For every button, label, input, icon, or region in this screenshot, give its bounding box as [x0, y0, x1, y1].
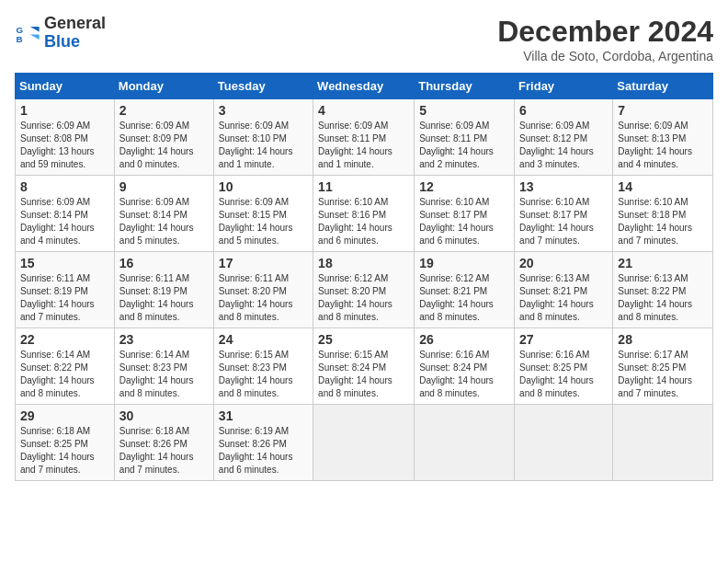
title-area: December 2024 Villa de Soto, Cordoba, Ar…: [497, 15, 713, 63]
col-wednesday: Wednesday: [313, 74, 415, 99]
day-4: 4 Sunrise: 6:09 AMSunset: 8:11 PMDayligh…: [313, 99, 415, 176]
logo: G B General Blue: [15, 15, 106, 52]
day-11: 11 Sunrise: 6:10 AMSunset: 8:16 PMDaylig…: [313, 176, 415, 252]
day-30: 30 Sunrise: 6:18 AMSunset: 8:26 PMDaylig…: [114, 405, 213, 481]
day-19: 19 Sunrise: 6:12 AMSunset: 8:21 PMDaylig…: [415, 252, 515, 328]
week-5: 29 Sunrise: 6:18 AMSunset: 8:25 PMDaylig…: [16, 405, 713, 481]
day-18: 18 Sunrise: 6:12 AMSunset: 8:20 PMDaylig…: [313, 252, 415, 328]
col-sunday: Sunday: [16, 74, 115, 99]
col-thursday: Thursday: [415, 74, 515, 99]
week-2: 8 Sunrise: 6:09 AMSunset: 8:14 PMDayligh…: [16, 176, 713, 252]
col-friday: Friday: [515, 74, 613, 99]
day-1: 1 Sunrise: 6:09 AMSunset: 8:08 PMDayligh…: [16, 99, 115, 176]
page-header: G B General Blue December 2024 Villa de …: [15, 15, 713, 63]
svg-marker-2: [30, 27, 40, 32]
day-3: 3 Sunrise: 6:09 AMSunset: 8:10 PMDayligh…: [213, 99, 313, 176]
day-17: 17 Sunrise: 6:11 AMSunset: 8:20 PMDaylig…: [213, 252, 313, 328]
month-title: December 2024: [497, 15, 713, 49]
empty-cell-1: [313, 405, 415, 481]
logo-text: General Blue: [44, 15, 106, 52]
day-16: 16 Sunrise: 6:11 AMSunset: 8:19 PMDaylig…: [114, 252, 213, 328]
day-28: 28 Sunrise: 6:17 AMSunset: 8:25 PMDaylig…: [613, 328, 713, 405]
week-4: 22 Sunrise: 6:14 AMSunset: 8:22 PMDaylig…: [16, 328, 713, 405]
col-saturday: Saturday: [613, 74, 713, 99]
empty-cell-2: [415, 405, 515, 481]
day-14: 14 Sunrise: 6:10 AMSunset: 8:18 PMDaylig…: [613, 176, 713, 252]
day-2: 2 Sunrise: 6:09 AMSunset: 8:09 PMDayligh…: [114, 99, 213, 176]
day-23: 23 Sunrise: 6:14 AMSunset: 8:23 PMDaylig…: [114, 328, 213, 405]
day-29: 29 Sunrise: 6:18 AMSunset: 8:25 PMDaylig…: [16, 405, 115, 481]
day-8: 8 Sunrise: 6:09 AMSunset: 8:14 PMDayligh…: [16, 176, 115, 252]
day-13: 13 Sunrise: 6:10 AMSunset: 8:17 PMDaylig…: [515, 176, 613, 252]
day-31: 31 Sunrise: 6:19 AMSunset: 8:26 PMDaylig…: [213, 405, 313, 481]
week-3: 15 Sunrise: 6:11 AMSunset: 8:19 PMDaylig…: [16, 252, 713, 328]
day-15: 15 Sunrise: 6:11 AMSunset: 8:19 PMDaylig…: [16, 252, 115, 328]
day-24: 24 Sunrise: 6:15 AMSunset: 8:23 PMDaylig…: [213, 328, 313, 405]
calendar-table: Sunday Monday Tuesday Wednesday Thursday…: [15, 73, 713, 481]
col-monday: Monday: [114, 74, 213, 99]
day-10: 10 Sunrise: 6:09 AMSunset: 8:15 PMDaylig…: [213, 176, 313, 252]
col-tuesday: Tuesday: [213, 74, 313, 99]
day-21: 21 Sunrise: 6:13 AMSunset: 8:22 PMDaylig…: [613, 252, 713, 328]
location-subtitle: Villa de Soto, Cordoba, Argentina: [497, 49, 713, 63]
empty-cell-3: [515, 405, 613, 481]
day-7: 7 Sunrise: 6:09 AMSunset: 8:13 PMDayligh…: [613, 99, 713, 176]
day-6: 6 Sunrise: 6:09 AMSunset: 8:12 PMDayligh…: [515, 99, 613, 176]
day-22: 22 Sunrise: 6:14 AMSunset: 8:22 PMDaylig…: [16, 328, 115, 405]
svg-marker-3: [30, 34, 40, 40]
day-12: 12 Sunrise: 6:10 AMSunset: 8:17 PMDaylig…: [415, 176, 515, 252]
day-5: 5 Sunrise: 6:09 AMSunset: 8:11 PMDayligh…: [415, 99, 515, 176]
empty-cell-4: [613, 405, 713, 481]
day-27: 27 Sunrise: 6:16 AMSunset: 8:25 PMDaylig…: [515, 328, 613, 405]
logo-icon: G B: [15, 20, 40, 46]
day-9: 9 Sunrise: 6:09 AMSunset: 8:14 PMDayligh…: [114, 176, 213, 252]
day-26: 26 Sunrise: 6:16 AMSunset: 8:24 PMDaylig…: [415, 328, 515, 405]
svg-text:B: B: [16, 34, 22, 44]
week-1: 1 Sunrise: 6:09 AMSunset: 8:08 PMDayligh…: [16, 99, 713, 176]
day-20: 20 Sunrise: 6:13 AMSunset: 8:21 PMDaylig…: [515, 252, 613, 328]
day-25: 25 Sunrise: 6:15 AMSunset: 8:24 PMDaylig…: [313, 328, 415, 405]
